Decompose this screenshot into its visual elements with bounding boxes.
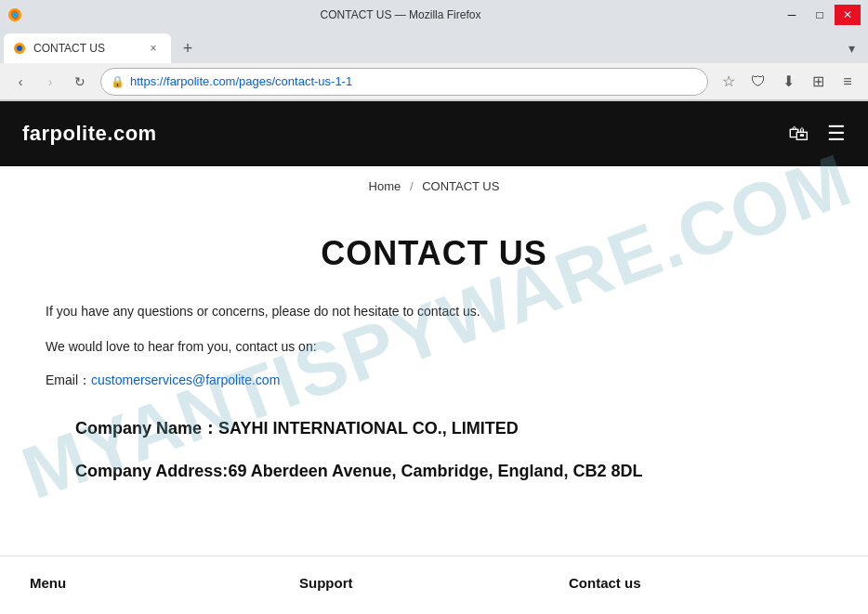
company-address-value: 69 Aberdeen Avenue, Cambridge, England, … bbox=[228, 462, 642, 480]
intro-text: If you have any questions or concerns, p… bbox=[46, 301, 822, 321]
cart-icon[interactable]: 🛍 bbox=[788, 122, 809, 146]
lock-icon: 🔒 bbox=[111, 75, 125, 88]
title-bar-left bbox=[7, 7, 22, 22]
email-label: Email： bbox=[46, 372, 91, 387]
site-logo: farpolite.com bbox=[22, 122, 157, 146]
header-right: 🛍 ☰ bbox=[788, 122, 846, 146]
address-bar-container: 🔒 bbox=[100, 68, 708, 96]
new-tab-button[interactable]: + bbox=[175, 35, 201, 61]
footer-columns: Menu Support Contact us bbox=[30, 575, 838, 591]
title-bar: CONTACT US — Mozilla Firefox ─ □ ✕ bbox=[0, 0, 868, 30]
company-name-label: Company Name： bbox=[75, 419, 218, 438]
back-button[interactable]: ‹ bbox=[7, 69, 33, 95]
hear-text: We would love to hear from you, contact … bbox=[46, 336, 822, 357]
reload-button[interactable]: ↻ bbox=[67, 69, 93, 95]
active-tab[interactable]: CONTACT US × bbox=[4, 33, 171, 63]
window-title: CONTACT US — Mozilla Firefox bbox=[22, 8, 779, 21]
download-button[interactable]: ⬇ bbox=[775, 69, 801, 95]
firefox-icon bbox=[7, 7, 22, 22]
email-link[interactable]: customerservices@farpolite.com bbox=[91, 372, 280, 387]
company-block: Company Name：SAYHI INTERNATIONAL CO., LI… bbox=[75, 417, 822, 481]
hamburger-icon[interactable]: ☰ bbox=[827, 122, 846, 146]
footer-col-menu: Menu bbox=[30, 575, 299, 591]
bookmark-button[interactable]: ☆ bbox=[716, 69, 742, 95]
tab-title: CONTACT US bbox=[33, 42, 138, 55]
page-content: CONTACT US If you have any questions or … bbox=[16, 201, 852, 555]
site-footer: Menu Support Contact us bbox=[0, 555, 868, 600]
browser-menu-button[interactable]: ≡ bbox=[835, 69, 861, 95]
forward-button[interactable]: › bbox=[37, 69, 63, 95]
page-title: CONTACT US bbox=[46, 234, 822, 273]
footer-col-contact: Contact us bbox=[569, 575, 838, 591]
tab-close-button[interactable]: × bbox=[145, 40, 162, 57]
minimize-button[interactable]: ─ bbox=[779, 5, 805, 25]
address-input[interactable] bbox=[130, 74, 698, 88]
breadcrumb-current: CONTACT US bbox=[422, 179, 499, 193]
svg-point-2 bbox=[12, 12, 18, 18]
shield-button[interactable]: 🛡 bbox=[745, 69, 771, 95]
browser-chrome: CONTACT US — Mozilla Firefox ─ □ ✕ CONTA… bbox=[0, 0, 868, 101]
company-address: Company Address:69 Aberdeen Avenue, Camb… bbox=[75, 462, 822, 481]
footer-menu-title: Menu bbox=[30, 575, 66, 591]
footer-col-support: Support bbox=[299, 575, 569, 591]
maximize-button[interactable]: □ bbox=[807, 5, 833, 25]
close-button[interactable]: ✕ bbox=[835, 5, 861, 25]
breadcrumb: Home / CONTACT US bbox=[0, 166, 868, 201]
tabs-bar: CONTACT US × + ▾ bbox=[0, 30, 868, 63]
nav-bar: ‹ › ↻ 🔒 ☆ 🛡 ⬇ ⊞ ≡ bbox=[0, 63, 868, 100]
footer-support-title: Support bbox=[299, 575, 353, 591]
tab-favicon bbox=[13, 42, 26, 55]
intro-text-before: If you have any questions or concerns, p… bbox=[46, 304, 332, 319]
site-header: farpolite.com 🛍 ☰ bbox=[0, 101, 868, 166]
company-address-label: Company Address: bbox=[75, 462, 228, 480]
window-controls: ─ □ ✕ bbox=[779, 5, 861, 25]
breadcrumb-separator: / bbox=[410, 179, 414, 193]
intro-text-emphasis: not hesitate to contact us. bbox=[332, 304, 480, 319]
company-name-value: SAYHI INTERNATIONAL CO., LIMITED bbox=[218, 419, 519, 438]
breadcrumb-home-link[interactable]: Home bbox=[369, 179, 401, 193]
footer-contact-title: Contact us bbox=[569, 575, 641, 591]
company-name: Company Name：SAYHI INTERNATIONAL CO., LI… bbox=[75, 417, 822, 439]
svg-point-4 bbox=[17, 46, 22, 51]
tab-dropdown-button[interactable]: ▾ bbox=[838, 35, 864, 61]
email-line: Email：customerservices@farpolite.com bbox=[46, 372, 822, 389]
extensions-button[interactable]: ⊞ bbox=[805, 69, 831, 95]
website-container: MYANTISPYWARE.COM farpolite.com 🛍 ☰ Home… bbox=[0, 101, 868, 600]
